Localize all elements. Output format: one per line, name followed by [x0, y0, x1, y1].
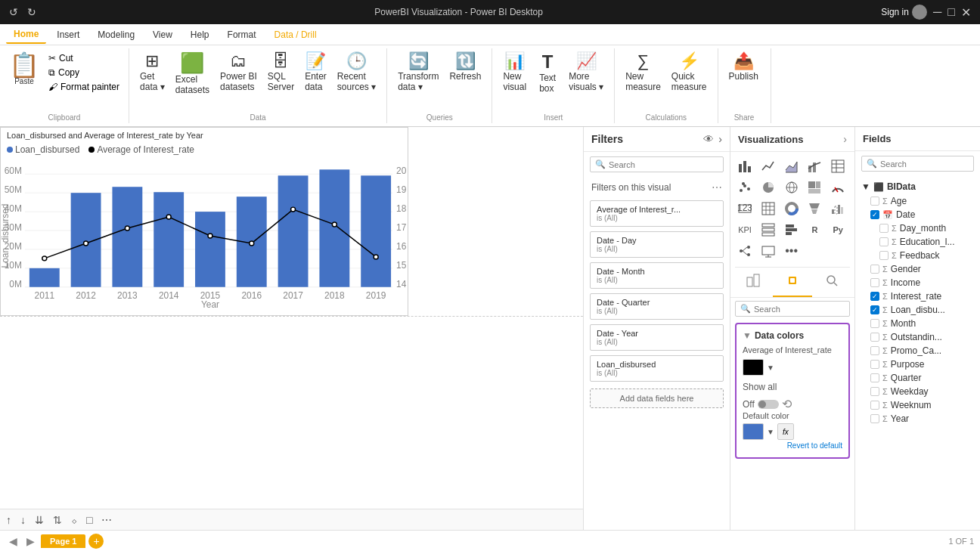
menu-help[interactable]: Help	[183, 26, 217, 43]
field-checkbox-age[interactable]	[870, 197, 879, 206]
filter-btn[interactable]: ⬦	[68, 512, 80, 528]
focus-btn[interactable]: □	[83, 512, 95, 528]
viz-python[interactable]: Py	[828, 220, 848, 240]
page-1-tab[interactable]: Page 1	[41, 534, 85, 548]
add-page-btn[interactable]: +	[88, 534, 104, 549]
field-checkbox-outstanding[interactable]	[870, 333, 879, 342]
color-dropdown-arrow[interactable]: ▼	[767, 364, 774, 372]
field-checkbox-feedback[interactable]	[879, 251, 889, 260]
field-item-outstanding[interactable]: Σ Outstandin...	[855, 330, 980, 344]
menu-home[interactable]: Home	[6, 26, 46, 44]
format-painter-button[interactable]: 🖌 Format painter	[45, 80, 122, 94]
viz-treemap[interactable]	[805, 178, 824, 197]
viz-search-box[interactable]: 🔍	[735, 301, 850, 317]
viz-combo-chart[interactable]	[805, 156, 824, 176]
viz-card[interactable]: 123	[735, 199, 755, 218]
page-next-btn[interactable]: ▶	[23, 534, 38, 549]
toggle-row[interactable]: Off ⟲	[743, 397, 842, 411]
field-checkbox-weekday[interactable]	[870, 387, 879, 396]
viz-gauge[interactable]	[828, 178, 848, 197]
field-item-education[interactable]: Σ Education_l...	[855, 235, 980, 249]
field-item-income[interactable]: Σ Income	[855, 276, 980, 289]
field-checkbox-loan[interactable]: ✓	[870, 305, 879, 314]
filters-search-input[interactable]	[609, 160, 718, 169]
field-checkbox-daymonth[interactable]	[879, 224, 889, 233]
field-item-age[interactable]: Σ Age	[855, 194, 980, 208]
menu-format[interactable]: Format	[220, 26, 264, 43]
viz-funnel[interactable]	[805, 199, 824, 218]
minimize-btn[interactable]: ─	[933, 5, 941, 19]
enter-data-button[interactable]: 📝 Enterdata	[300, 50, 331, 95]
field-item-promo[interactable]: Σ Promo_Ca...	[855, 344, 980, 358]
transform-data-button[interactable]: 🔄 Transformdata ▾	[393, 50, 443, 95]
viz-slicer[interactable]	[758, 220, 778, 240]
expand-btn[interactable]: ⇅	[50, 512, 65, 528]
field-checkbox-quarter[interactable]	[870, 373, 879, 382]
default-color-dropdown[interactable]: ▼	[767, 428, 774, 436]
field-item-loan[interactable]: ✓ Σ Loan_disbu...	[855, 303, 980, 317]
viz-panel-expand-icon[interactable]: ›	[843, 133, 847, 145]
fields-search-box[interactable]: 🔍	[861, 156, 974, 172]
viz-scatter[interactable]	[735, 178, 755, 197]
quick-measure-button[interactable]: ⚡ Quickmeasure	[667, 50, 712, 95]
field-checkbox-gender[interactable]	[870, 265, 879, 274]
signin-button[interactable]: Sign in	[881, 5, 927, 20]
menu-data-drill[interactable]: Data / Drill	[267, 26, 324, 43]
collapse-icon[interactable]: ▼	[743, 330, 752, 341]
get-data-button[interactable]: ⊞ Getdata ▾	[135, 50, 169, 95]
field-item-purpose[interactable]: Σ Purpose	[855, 358, 980, 371]
field-checkbox-purpose[interactable]	[870, 360, 879, 369]
filters-more-icon[interactable]: ⋯	[712, 181, 722, 193]
excel-button[interactable]: 🟩 Exceldatasets	[171, 50, 214, 98]
field-item-gender[interactable]: Σ Gender	[855, 262, 980, 276]
viz-waterfall[interactable]	[828, 199, 848, 218]
copy-button[interactable]: ⧉ Copy	[45, 66, 122, 79]
field-checkbox-interest-rate[interactable]: ✓	[870, 292, 879, 301]
page-prev-btn[interactable]: ◀	[6, 534, 20, 549]
sql-server-button[interactable]: 🗄 SQLServer	[263, 50, 299, 95]
color-swatch-blue[interactable]	[743, 423, 764, 440]
title-bar-controls[interactable]: ↺ ↻	[9, 6, 36, 18]
filters-search-box[interactable]: 🔍	[590, 156, 724, 172]
viz-tab-search[interactable]	[812, 269, 851, 297]
field-checkbox-promo[interactable]	[870, 346, 879, 355]
redo-btn[interactable]: ↻	[27, 6, 36, 18]
sort-desc-btn[interactable]: ↓	[17, 512, 29, 528]
field-checkbox-year[interactable]	[870, 414, 879, 423]
add-data-fields-btn[interactable]: Add data fields here	[590, 388, 724, 408]
publish-button[interactable]: 📤 Publish	[724, 50, 763, 85]
filter-item-date-day[interactable]: Date - Day is (All)	[590, 231, 724, 258]
close-btn[interactable]: ✕	[961, 5, 971, 20]
more-visuals-button[interactable]: 📈 Morevisuals ▾	[564, 50, 608, 95]
menu-insert[interactable]: Insert	[49, 26, 87, 43]
viz-matrix[interactable]	[758, 199, 778, 218]
viz-pie[interactable]	[758, 178, 778, 197]
sort-asc-btn[interactable]: ↑	[3, 512, 14, 528]
field-item-interest-rate[interactable]: ✓ Σ Interest_rate	[855, 289, 980, 303]
viz-kpi[interactable]: KPI	[735, 220, 755, 240]
field-group-bidata[interactable]: ▼ ⬛ BIData	[855, 179, 980, 194]
field-item-month[interactable]: Σ Month	[855, 317, 980, 330]
filter-item-interest[interactable]: Average of Interest_r... is (All)	[590, 200, 724, 227]
field-checkbox-month[interactable]	[870, 319, 879, 328]
canvas-area[interactable]: Loan_disbursed and Average of Interest_r…	[0, 127, 583, 530]
field-item-daymonth[interactable]: Σ Day_month	[855, 221, 980, 235]
filter-item-date-month[interactable]: Date - Month is (All)	[590, 262, 724, 289]
menu-view[interactable]: View	[145, 26, 180, 43]
viz-line-chart[interactable]	[758, 156, 778, 176]
field-checkbox-weeknum[interactable]	[870, 401, 879, 410]
field-item-weekday[interactable]: Σ Weekday	[855, 385, 980, 398]
viz-tab-fields[interactable]	[733, 269, 773, 297]
chart-container[interactable]: Loan_disbursed and Average of Interest_r…	[0, 127, 408, 316]
viz-bar-chart[interactable]	[735, 156, 755, 176]
viz-search-input[interactable]	[754, 305, 845, 314]
viz-map[interactable]	[782, 178, 802, 197]
color-swatch-black[interactable]	[743, 359, 764, 376]
recent-sources-button[interactable]: 🕒 Recentsources ▾	[333, 50, 380, 95]
filters-expand-icon[interactable]: ›	[718, 133, 722, 145]
filter-item-date-quarter[interactable]: Date - Quarter is (All)	[590, 293, 724, 320]
viz-table[interactable]	[828, 156, 848, 176]
menu-modeling[interactable]: Modeling	[90, 26, 142, 43]
paste-button[interactable]: 📋 Paste	[6, 50, 42, 88]
undo-btn[interactable]: ↺	[9, 6, 18, 18]
